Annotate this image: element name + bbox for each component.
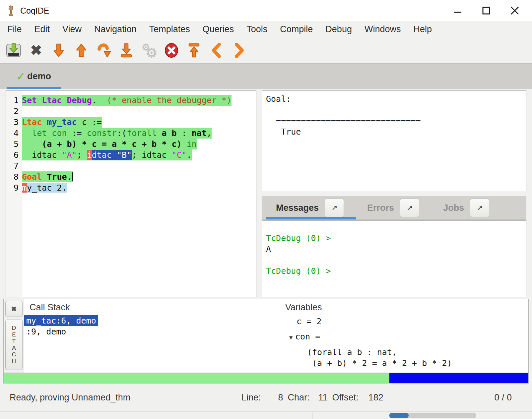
tab-demo[interactable]: ✓ demo xyxy=(7,64,61,89)
code-segment: let xyxy=(32,128,47,138)
tab-messages[interactable]: Messages xyxy=(276,203,319,213)
call-stack-item[interactable]: my_tac:6, demo xyxy=(24,315,98,326)
code-segment: my_tac xyxy=(47,117,77,127)
tab-jobs[interactable]: Jobs xyxy=(443,203,464,213)
save-button[interactable] xyxy=(6,42,22,59)
code-line: 1Set Ltac Debug. (* enable the debugger … xyxy=(6,95,256,106)
menu-item-file[interactable]: File xyxy=(1,21,28,37)
check-icon: ✓ xyxy=(16,70,25,83)
variables-list: c = 2▼con =(forall a b : nat, (a + b) * … xyxy=(281,316,528,369)
chevron-right-icon xyxy=(231,42,247,58)
call-stack-list: my_tac:6, demo:9, demo xyxy=(24,315,277,337)
script-editor[interactable]: 1Set Ltac Debug. (* enable the debugger … xyxy=(6,90,256,297)
detach-letter: D xyxy=(12,325,16,331)
message-line: TcDebug (0) > xyxy=(266,266,522,276)
detach-jobs-button[interactable]: ↗ xyxy=(470,199,489,217)
coqide-window: CoqIDE FileEditViewNavigationTemplatesQu… xyxy=(0,0,532,419)
detach-letter: T xyxy=(12,338,16,345)
code-line: 7 xyxy=(6,160,256,171)
maximize-button[interactable] xyxy=(481,5,492,16)
code-line: 8Goal True. xyxy=(6,171,256,182)
close-buffer-button[interactable]: ✖ xyxy=(28,42,44,59)
code-segment: "A" xyxy=(62,150,77,160)
detach-errors-button[interactable]: ↗ xyxy=(400,199,419,217)
detach-button[interactable]: DETACH xyxy=(5,320,23,370)
code-text[interactable]: my_tac 2. xyxy=(22,182,67,193)
expander-icon[interactable]: ▼ xyxy=(287,332,295,343)
code-segment: "B" xyxy=(117,150,132,160)
menu-item-queries[interactable]: Queries xyxy=(196,21,240,37)
next-occurrence-button[interactable] xyxy=(231,42,247,59)
horizontal-scrollbar[interactable] xyxy=(389,413,476,418)
code-segment: True xyxy=(47,172,67,182)
forward-one-command-button[interactable] xyxy=(51,42,67,59)
go-to-start-button[interactable] xyxy=(186,42,202,59)
proof-progress-bar xyxy=(3,373,529,384)
line-number: 6 xyxy=(6,150,22,160)
goal-line: True xyxy=(266,126,522,137)
line-number: 8 xyxy=(6,171,22,182)
code-segment: := xyxy=(67,128,87,138)
close-button[interactable] xyxy=(509,5,520,16)
menu-item-templates[interactable]: Templates xyxy=(143,21,196,37)
code-text[interactable]: Set Ltac Debug. (* enable the debugger *… xyxy=(22,95,232,106)
messages-panel[interactable]: TcDebug (0) >ATcDebug (0) > xyxy=(262,220,526,297)
detach-letter: H xyxy=(12,358,16,365)
menu-item-windows[interactable]: Windows xyxy=(358,21,407,37)
code-segment: ; idtac xyxy=(132,150,171,160)
code-text[interactable]: Goal True. xyxy=(22,171,73,182)
call-stack-panel: Call Stack my_tac:6, demo:9, demo xyxy=(24,299,277,373)
variable-row[interactable]: ▼con = xyxy=(281,331,528,343)
variable-text: con = xyxy=(295,331,320,342)
chevron-left-icon xyxy=(209,42,225,58)
code-segment: m xyxy=(22,183,27,193)
variable-row[interactable]: c = 2 xyxy=(281,316,528,327)
backward-one-command-button[interactable] xyxy=(73,42,89,59)
detach-messages-button[interactable]: ↗ xyxy=(325,199,344,217)
goal-panel[interactable]: Goal: ============================= True xyxy=(262,90,526,191)
menu-item-edit[interactable]: Edit xyxy=(28,21,56,37)
interrupt-button[interactable] xyxy=(164,42,179,59)
code-segment: constr xyxy=(87,128,117,138)
menu-item-debug[interactable]: Debug xyxy=(319,21,358,37)
code-text[interactable]: idtac "A"; idtac "B"; idtac "C". xyxy=(22,150,192,160)
run-to-end-button[interactable] xyxy=(118,42,134,59)
run-to-cursor-button[interactable] xyxy=(96,42,112,59)
goal-line: ============================= xyxy=(266,115,522,126)
menu-item-tools[interactable]: Tools xyxy=(240,21,274,37)
tab-errors[interactable]: Errors xyxy=(367,203,394,213)
code-segment: : xyxy=(177,128,192,138)
code-segment: a b xyxy=(162,128,177,138)
line-number: 4 xyxy=(6,128,22,139)
code-segment: con xyxy=(52,128,67,138)
minimize-button[interactable] xyxy=(452,5,463,16)
tab-label: demo xyxy=(27,71,51,82)
code-text[interactable]: Ltac my_tac c := xyxy=(22,117,102,128)
restart-coq-button[interactable]: ⚙⚙ xyxy=(141,42,157,59)
code-segment: i xyxy=(87,150,92,160)
code-line: 9my_tac 2. xyxy=(6,182,256,193)
variable-row[interactable]: (forall a b : nat, xyxy=(281,347,528,358)
status-bar: Ready, proving Unnamed_thm Line: 8 Char:… xyxy=(0,384,532,411)
scrollbar-thumb[interactable] xyxy=(389,413,409,418)
menu-item-view[interactable]: View xyxy=(56,21,88,37)
code-segment xyxy=(182,139,187,149)
cursor-position: Line: 8 Char: 11 Offset: 182 xyxy=(241,392,383,403)
variable-row[interactable]: (a + b) * 2 = a * 2 + b * 2) xyxy=(281,358,528,369)
call-stack-item[interactable]: :9, demo xyxy=(24,326,68,337)
code-text[interactable]: (a + b) * c = a * c + b * c) in xyxy=(22,139,197,150)
code-segment: idtac xyxy=(22,150,62,160)
external-window-icon: ↗ xyxy=(477,204,483,212)
code-text[interactable]: let con := constr:(forall a b : nat, xyxy=(22,128,212,139)
detach-letter: A xyxy=(12,345,16,351)
coqide-logo-icon xyxy=(7,5,16,17)
menu-item-navigation[interactable]: Navigation xyxy=(88,21,143,37)
previous-occurrence-button[interactable] xyxy=(209,42,225,59)
debugger-panel: ✖ DETACH Call Stack my_tac:6, demo:9, de… xyxy=(3,299,529,373)
progress-remaining-segment xyxy=(389,373,528,383)
menu-item-help[interactable]: Help xyxy=(407,21,438,37)
menu-item-compile[interactable]: Compile xyxy=(274,21,319,37)
close-x-icon: ✖ xyxy=(28,42,44,58)
close-debugger-button[interactable]: ✖ xyxy=(5,301,23,317)
char-value: 11 xyxy=(318,392,328,403)
